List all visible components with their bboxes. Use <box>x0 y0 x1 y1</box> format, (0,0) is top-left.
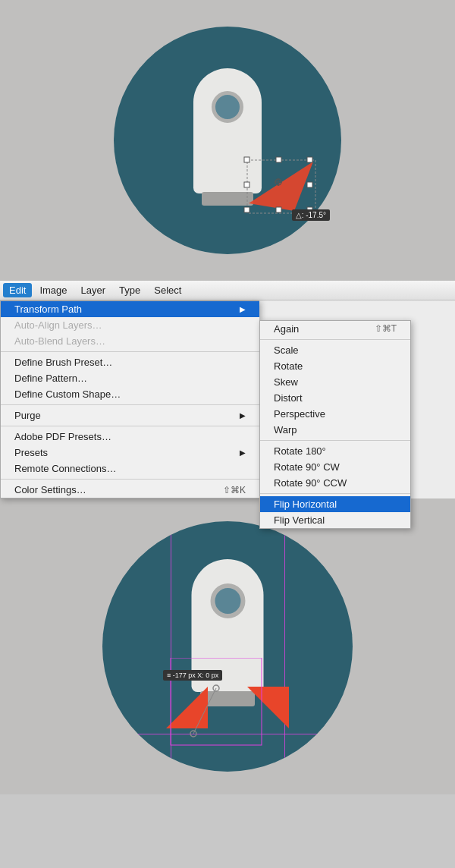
submenu-warp[interactable]: Warp <box>260 422 410 438</box>
menu-item-define-custom-shape[interactable]: Define Custom Shape… <box>1 386 259 402</box>
fin-bottom-left <box>166 687 208 728</box>
menu-item-remote-connections[interactable]: Remote Connections… <box>1 461 259 476</box>
menu-bar-type[interactable]: Type <box>113 283 146 297</box>
svg-rect-8 <box>244 182 249 187</box>
menu-item-auto-align: Auto-Align Layers… <box>1 317 259 333</box>
submenu-sep-3 <box>260 493 410 494</box>
rocket-circle-top: △: -17.5° <box>114 27 341 254</box>
canvas-bottom: ≡ -177 px X: 0 px <box>0 498 455 794</box>
submenu-rotate[interactable]: Rotate <box>260 358 410 374</box>
arrow-icon-2: ▶ <box>240 411 246 420</box>
fin-bottom-right <box>247 687 289 728</box>
arrow-icon: ▶ <box>240 305 246 313</box>
submenu-rotate-180[interactable]: Rotate 180° <box>260 443 410 459</box>
svg-rect-9 <box>307 182 312 187</box>
transform-overlay: △: -17.5° <box>241 139 321 215</box>
menu-bar-select[interactable]: Select <box>148 283 187 297</box>
svg-marker-0 <box>249 162 313 211</box>
submenu-distort[interactable]: Distort <box>260 390 410 406</box>
menu-area: Edit Image Layer Type Select Transform P… <box>0 281 455 498</box>
menu-bar-layer[interactable]: Layer <box>75 283 112 297</box>
submenu-rotate-90ccw[interactable]: Rotate 90° CCW <box>260 475 410 491</box>
submenu-again[interactable]: Again ⇧⌘T <box>260 321 410 337</box>
rocket-window-top <box>212 91 243 123</box>
guide-horizontal-1 <box>102 734 353 734</box>
angle-badge: △: -17.5° <box>292 209 330 221</box>
submenu-flip-horizontal[interactable]: Flip Horizontal <box>260 496 410 512</box>
menu-bar-edit[interactable]: Edit <box>3 283 32 297</box>
svg-rect-6 <box>276 157 281 162</box>
submenu-scale[interactable]: Scale <box>260 342 410 358</box>
menu-item-pdf-presets[interactable]: Adobe PDF Presets… <box>1 429 259 445</box>
submenu-flip-vertical[interactable]: Flip Vertical <box>260 512 410 528</box>
svg-rect-7 <box>276 207 281 212</box>
dropdown-container: Transform Path ▶ Auto-Align Layers… Auto… <box>0 300 455 498</box>
rocket-window-bottom <box>210 583 245 618</box>
menu-item-color-settings[interactable]: Color Settings… ⇧⌘K <box>1 482 259 498</box>
menu-item-define-pattern[interactable]: Define Pattern… <box>1 370 259 386</box>
dropdown-right: Again ⇧⌘T Scale Rotate Skew Distort Pers… <box>259 320 411 529</box>
rocket-circle-bottom: ≡ -177 px X: 0 px <box>102 521 353 772</box>
menu-item-auto-blend: Auto-Blend Layers… <box>1 333 259 349</box>
svg-rect-2 <box>244 157 249 162</box>
svg-rect-3 <box>307 157 312 162</box>
menu-item-transform-path[interactable]: Transform Path ▶ <box>1 301 259 317</box>
again-shortcut: ⇧⌘T <box>375 323 397 335</box>
canvas-top: △: -17.5° <box>0 0 455 281</box>
menu-item-purge[interactable]: Purge ▶ <box>1 407 259 423</box>
separator-1 <box>1 351 259 352</box>
submenu-sep-1 <box>260 339 410 340</box>
color-settings-shortcut: ⇧⌘K <box>223 485 246 495</box>
menu-item-presets[interactable]: Presets ▶ <box>1 445 259 461</box>
submenu-skew[interactable]: Skew <box>260 374 410 390</box>
measure-badge: ≡ -177 px X: 0 px <box>163 670 222 681</box>
menu-item-define-brush[interactable]: Define Brush Preset… <box>1 354 259 370</box>
separator-2 <box>1 404 259 405</box>
submenu-rotate-90cw[interactable]: Rotate 90° CW <box>260 459 410 475</box>
separator-4 <box>1 479 259 480</box>
separator-3 <box>1 426 259 426</box>
submenu-perspective[interactable]: Perspective <box>260 406 410 422</box>
menu-bar: Edit Image Layer Type Select <box>0 281 455 300</box>
submenu-sep-2 <box>260 440 410 441</box>
menu-bar-image[interactable]: Image <box>33 283 73 297</box>
svg-rect-4 <box>244 207 249 212</box>
dropdown-left: Transform Path ▶ Auto-Align Layers… Auto… <box>0 300 259 498</box>
arrow-icon-3: ▶ <box>240 448 246 457</box>
